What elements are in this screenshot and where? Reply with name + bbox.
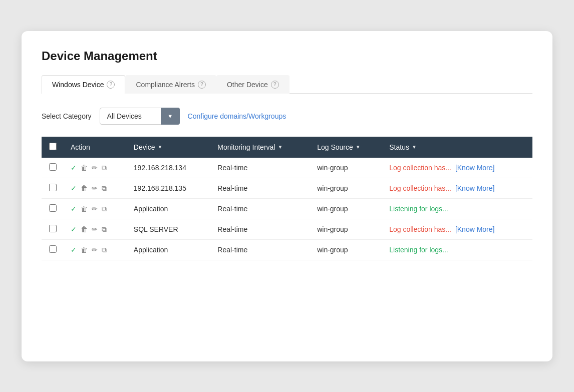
status-text: Log collection has... [389,164,451,172]
row-logsource: win-group [310,198,382,219]
header-status-label: Status [389,143,409,151]
configure-domains-link[interactable]: Configure domains/Workgroups [188,112,286,120]
row-checkbox-cell [42,198,64,219]
enable-icon[interactable]: ✓ [71,185,77,192]
know-more-link[interactable]: [Know More] [455,225,495,233]
tab-windows-help-icon[interactable]: ? [107,81,115,89]
row-actions: ✓ 🗑 ✏ ⧉ [64,219,127,239]
row-checkbox-1[interactable] [49,184,57,191]
table-row: ✓ 🗑 ✏ ⧉ Application Real-time win-group … [42,239,532,260]
header-interval[interactable]: Monitoring Interval ▼ [210,137,310,158]
action-icons-group: ✓ 🗑 ✏ ⧉ [71,226,120,233]
row-checkbox-4[interactable] [49,245,57,253]
edit-icon[interactable]: ✏ [92,226,98,233]
edit-icon[interactable]: ✏ [92,185,98,192]
tab-compliance-help-icon[interactable]: ? [198,81,206,89]
row-interval: Real-time [210,239,310,260]
delete-icon[interactable]: 🗑 [81,185,88,192]
edit-icon[interactable]: ✏ [92,246,98,253]
enable-icon[interactable]: ✓ [71,246,77,253]
know-more-link[interactable]: [Know More] [455,184,495,192]
action-icons-group: ✓ 🗑 ✏ ⧉ [71,164,120,171]
row-checkbox-cell [42,158,64,178]
header-action: Action [64,137,127,158]
enable-icon[interactable]: ✓ [71,205,77,212]
main-card: Device Management Windows Device ? Compl… [22,31,552,361]
row-actions: ✓ 🗑 ✏ ⧉ [64,158,127,178]
tab-windows[interactable]: Windows Device ? [42,75,125,94]
action-icons-group: ✓ 🗑 ✏ ⧉ [71,185,120,192]
table-row: ✓ 🗑 ✏ ⧉ SQL SERVER Real-time win-group L… [42,219,532,239]
status-text: Listening for logs... [389,205,448,213]
delete-icon[interactable]: 🗑 [81,226,88,233]
row-checkbox-3[interactable] [49,225,57,232]
header-device-label: Device [134,143,155,151]
row-device: Application [127,239,210,260]
action-icons-group: ✓ 🗑 ✏ ⧉ [71,246,120,253]
edit-icon[interactable]: ✏ [92,164,98,171]
tab-other-help-icon[interactable]: ? [271,81,279,89]
row-logsource: win-group [310,178,382,198]
header-logsource-sort: Log Source ▼ [317,143,361,151]
logsource-sort-arrow-icon: ▼ [356,144,361,150]
header-status[interactable]: Status ▼ [382,137,532,158]
row-checkbox-2[interactable] [49,204,57,212]
row-interval: Real-time [210,219,310,239]
header-interval-label: Monitoring Interval [217,143,275,151]
status-text: Log collection has... [389,225,451,233]
row-logsource: win-group [310,158,382,178]
action-icons-group: ✓ 🗑 ✏ ⧉ [71,205,120,212]
tab-compliance[interactable]: Compliance Alrerts ? [125,75,216,94]
row-actions: ✓ 🗑 ✏ ⧉ [64,239,127,260]
enable-icon[interactable]: ✓ [71,226,77,233]
row-logsource: win-group [310,239,382,260]
tabs-container: Windows Device ? Compliance Alrerts ? Ot… [42,75,532,94]
edit-icon[interactable]: ✏ [92,205,98,212]
copy-icon[interactable]: ⧉ [102,226,107,233]
filter-row: Select Category All Devices Servers Work… [42,108,532,125]
row-checkbox-cell [42,178,64,198]
row-checkbox-0[interactable] [49,163,57,171]
row-status: Listening for logs... [382,239,532,260]
enable-icon[interactable]: ✓ [71,164,77,171]
table-header-row: Action Device ▼ Monitoring Interval ▼ [42,137,532,158]
copy-icon[interactable]: ⧉ [102,185,107,192]
copy-icon[interactable]: ⧉ [102,164,107,171]
row-status: Log collection has... [Know More] [382,178,532,198]
tab-windows-label: Windows Device [52,81,104,89]
delete-icon[interactable]: 🗑 [81,246,88,253]
row-interval: Real-time [210,198,310,219]
row-logsource: win-group [310,219,382,239]
header-action-label: Action [71,143,90,151]
header-device[interactable]: Device ▼ [127,137,210,158]
select-all-checkbox[interactable] [49,143,57,150]
row-device: 192.168.218.134 [127,158,210,178]
row-checkbox-cell [42,219,64,239]
table-row: ✓ 🗑 ✏ ⧉ Application Real-time win-group … [42,198,532,219]
tab-compliance-label: Compliance Alrerts [136,81,195,89]
row-device: 192.168.218.135 [127,178,210,198]
row-status: Log collection has... [Know More] [382,219,532,239]
interval-sort-arrow-icon: ▼ [277,144,282,150]
copy-icon[interactable]: ⧉ [102,246,107,253]
row-device: Application [127,198,210,219]
row-checkbox-cell [42,239,64,260]
category-select[interactable]: All Devices Servers Workstations Laptops [100,108,180,125]
status-sort-arrow-icon: ▼ [412,144,417,150]
row-status: Listening for logs... [382,198,532,219]
row-status: Log collection has... [Know More] [382,158,532,178]
copy-icon[interactable]: ⧉ [102,205,107,212]
header-checkbox-cell [42,137,64,158]
tab-other[interactable]: Other Device ? [216,75,290,94]
header-logsource-label: Log Source [317,143,353,151]
delete-icon[interactable]: 🗑 [81,164,88,171]
filter-label: Select Category [42,112,92,120]
header-logsource[interactable]: Log Source ▼ [310,137,382,158]
delete-icon[interactable]: 🗑 [81,205,88,212]
row-interval: Real-time [210,158,310,178]
status-text: Listening for logs... [389,246,448,254]
tab-other-label: Other Device [227,81,268,89]
know-more-link[interactable]: [Know More] [455,164,495,172]
row-actions: ✓ 🗑 ✏ ⧉ [64,198,127,219]
devices-table: Action Device ▼ Monitoring Interval ▼ [42,137,532,260]
